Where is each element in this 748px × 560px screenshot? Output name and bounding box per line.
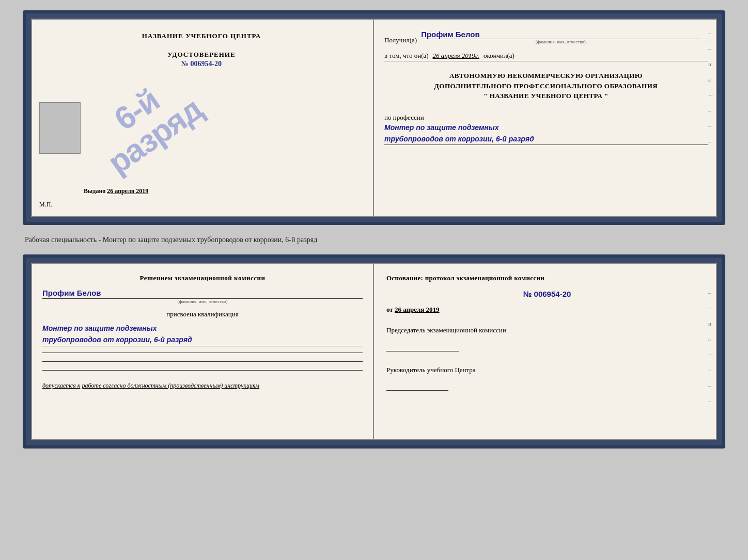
qual-line-2 xyxy=(42,361,363,362)
qual-profession-value: Монтер по защите подземных трубопроводов… xyxy=(42,323,363,346)
cert-mp: М.П. xyxy=(39,201,52,209)
cert-photo-placeholder xyxy=(39,102,81,154)
qual-head-label: Руководитель учебного Центра xyxy=(386,365,708,375)
cert-stamp-text: 6-й разряд xyxy=(84,67,208,180)
qual-name-block: Профим Белов (фамилия, имя, отчество) xyxy=(42,286,363,304)
qual-basis-number: № 006954-20 xyxy=(386,290,708,298)
qual-basis-date: от 26 апреля 2019 xyxy=(386,306,708,314)
cert-received-name-sub: (фамилия, имя, отчество) xyxy=(421,39,700,44)
cert-finished-label: окончил(а) xyxy=(484,52,515,60)
cert-side-marks: – – и а ← – – – xyxy=(708,30,714,145)
qualification-document: Решением экзаменационной комиссии Профим… xyxy=(23,254,725,449)
cert-dash1: – xyxy=(705,36,708,44)
specialty-text: Рабочая специальность - Монтер по защите… xyxy=(23,234,725,245)
certificate-document: НАЗВАНИЕ УЧЕБНОГО ЦЕНТРА УДОСТОВЕРЕНИЕ №… xyxy=(23,10,725,225)
qual-decision-title: Решением экзаменационной комиссии xyxy=(42,274,363,282)
qual-line-3 xyxy=(42,370,363,371)
cert-issued: Выдано 26 апреля 2019 xyxy=(84,187,148,195)
cert-top-title: НАЗВАНИЕ УЧЕБНОГО ЦЕНТРА xyxy=(142,32,261,40)
cert-profession-block: по профессии Монтер по защите подземных … xyxy=(384,109,708,146)
cert-date-value: 26 апреля 2019г. xyxy=(433,52,479,60)
cert-date-row: в том, что он(а) 26 апреля 2019г. окончи… xyxy=(384,52,708,61)
qual-profession-block: Монтер по защите подземных трубопроводов… xyxy=(42,323,363,346)
qual-assigned-label: присвоена квалификация xyxy=(42,310,363,318)
certificate-inner: НАЗВАНИЕ УЧЕБНОГО ЦЕНТРА УДОСТОВЕРЕНИЕ №… xyxy=(31,19,717,217)
cert-received-name: Профим Белов xyxy=(421,30,700,39)
qual-chairman-label: Председатель экзаменационной комиссии xyxy=(386,325,708,335)
cert-received-name-block: Профим Белов (фамилия, имя, отчество) xyxy=(421,30,700,44)
qual-name-sub: (фамилия, имя, отчество) xyxy=(42,299,363,304)
qualification-inner: Решением экзаменационной комиссии Профим… xyxy=(31,263,717,440)
qual-right-panel: Основание: протокол экзаменационной коми… xyxy=(374,264,716,439)
cert-doc-block: УДОСТОВЕРЕНИЕ № 006954-20 xyxy=(167,51,235,68)
qual-side-marks: – – – и а ← – – – xyxy=(708,274,714,404)
cert-profession-label: по профессии xyxy=(384,114,708,122)
qual-basis-date-value: 26 апреля 2019 xyxy=(395,306,440,313)
qual-line-1 xyxy=(42,353,363,353)
qual-chairman-sign-line xyxy=(386,351,459,351)
cert-doc-title: УДОСТОВЕРЕНИЕ xyxy=(167,51,235,59)
qual-допускается-value: работе согласно должностным (производств… xyxy=(82,382,259,389)
cert-stamp-overlay: 6-й разряд xyxy=(73,51,218,195)
cert-doc-number: № 006954-20 xyxy=(181,60,222,68)
cert-org-block: АВТОНОМНУЮ НЕКОММЕРЧЕСКУЮ ОРГАНИЗАЦИЮ ДО… xyxy=(384,71,708,101)
cert-left-panel: НАЗВАНИЕ УЧЕБНОГО ЦЕНТРА УДОСТОВЕРЕНИЕ №… xyxy=(32,20,374,216)
qual-допускается-block: допускается к работе согласно должностны… xyxy=(42,381,363,390)
cert-right-panel: Получил(а) Профим Белов (фамилия, имя, о… xyxy=(374,20,716,216)
cert-in-that-label: в том, что он(а) xyxy=(384,52,429,60)
qual-basis-label: Основание: протокол экзаменационной коми… xyxy=(386,274,708,282)
qual-name-value: Профим Белов xyxy=(42,289,363,299)
cert-profession-value: Монтер по защите подземных трубопроводов… xyxy=(384,122,708,146)
qual-head-sign-line xyxy=(386,390,448,391)
qual-left-panel: Решением экзаменационной комиссии Профим… xyxy=(32,264,374,439)
cert-received-label: Получил(а) xyxy=(384,36,417,44)
cert-received-row: Получил(а) Профим Белов (фамилия, имя, о… xyxy=(384,30,708,44)
